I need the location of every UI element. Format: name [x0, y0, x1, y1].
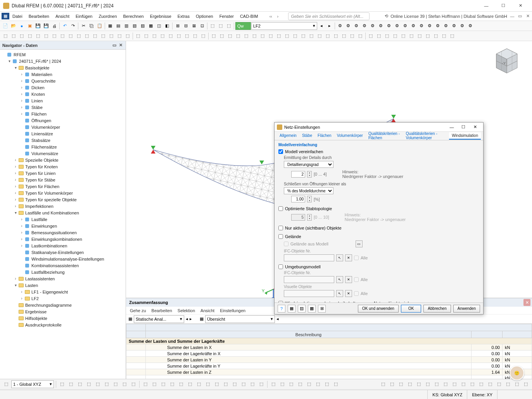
chk-env-model[interactable] — [278, 264, 283, 269]
tb-a7[interactable]: ◫ — [155, 22, 163, 30]
tb2-55[interactable]: ⬚ — [448, 32, 456, 40]
st-r17[interactable]: ⬚ — [522, 380, 530, 388]
tb2-29[interactable]: ⬚ — [234, 32, 242, 40]
tb2-25[interactable]: ⬚ — [199, 32, 207, 40]
menu-cadbim[interactable]: CAD-BIM — [237, 13, 261, 20]
menu-ansicht[interactable]: Ansicht — [52, 13, 73, 20]
st-15[interactable]: ⬚ — [177, 380, 185, 388]
tb-a3[interactable]: ▥ — [123, 22, 130, 30]
tb2-13[interactable]: ⬚ — [99, 32, 107, 40]
app-menu-icon[interactable]: ▦ — [2, 13, 9, 19]
tb-b3[interactable]: ⊠ — [190, 22, 198, 30]
tree-grp1-0[interactable]: ›Spezielle Objekte — [0, 157, 126, 163]
st-25[interactable]: ⬚ — [269, 380, 277, 388]
tb2-24[interactable]: ⬚ — [191, 32, 199, 40]
print-icon[interactable]: 🖨 — [50, 22, 58, 30]
tb-d17[interactable]: ⚙ — [466, 22, 474, 30]
st-3[interactable]: ⬚ — [67, 380, 75, 388]
sum-menu-edit[interactable]: Bearbeiten — [152, 308, 172, 313]
menu-ergebnisse[interactable]: Ergebnisse — [147, 13, 174, 20]
dlg-tab-volumen[interactable]: Volumenkörper — [334, 132, 366, 140]
dlg-tab-wind[interactable]: Windsimulation — [449, 132, 481, 140]
tb2-46[interactable]: ⬚ — [375, 32, 383, 40]
nav-restore-icon[interactable]: ▭ — [112, 43, 117, 48]
tree-file[interactable]: ▾240711_FF.rf6* | 2024 — [0, 58, 126, 64]
tree-grp1-2[interactable]: ›Typen für Linien — [0, 170, 126, 176]
save-icon[interactable]: 💾 — [34, 22, 42, 30]
tb2-44[interactable]: ⬚ — [356, 32, 364, 40]
st-8[interactable]: ⬚ — [112, 380, 119, 388]
tb-d2[interactable]: ⚙ — [344, 22, 352, 30]
tb2-9[interactable]: ⬚ — [67, 32, 74, 40]
st-30[interactable]: ⬚ — [314, 380, 322, 388]
dlg-help-icon[interactable]: ? — [278, 305, 285, 313]
tb2-22[interactable]: ⬚ — [175, 32, 183, 40]
tb-b4[interactable]: ⊡ — [198, 22, 206, 30]
tb-d16[interactable]: ⚙ — [458, 22, 466, 30]
tb2-21[interactable]: ⬚ — [167, 32, 174, 40]
tb2-26[interactable]: ⬚ — [210, 32, 218, 40]
tree-grp1-7[interactable]: ›Imperfektionen — [0, 203, 126, 209]
menu-berechnen[interactable]: Berechnen — [120, 13, 147, 20]
tree-grp1-6[interactable]: ›Typen für spezielle Objekte — [0, 196, 126, 203]
tb-b2[interactable]: ⊟ — [182, 22, 190, 30]
tb2-39[interactable]: ⬚ — [316, 32, 323, 40]
tb-d10[interactable]: ⚙ — [409, 22, 417, 30]
st-r15[interactable]: ⬚ — [504, 380, 512, 388]
lc-prev-icon[interactable]: ◂ — [318, 22, 325, 30]
tb2-2[interactable]: ⬚ — [10, 32, 17, 40]
st-r8[interactable]: ⬚ — [442, 380, 449, 388]
tb2-14[interactable]: ⬚ — [107, 32, 115, 40]
tb-d15[interactable]: ⚙ — [450, 22, 458, 30]
close-button[interactable]: ✕ — [512, 0, 529, 11]
block-icon[interactable]: ▣ — [26, 22, 34, 30]
dlg-tab-staebe[interactable]: Stäbe — [299, 132, 315, 140]
sum-nav-prev[interactable]: ◂ — [186, 316, 188, 321]
tree-lf-2[interactable]: ›Bemessungssituationen — [0, 229, 126, 236]
tb-a4[interactable]: ▧ — [131, 22, 138, 30]
st-19[interactable]: ⬚ — [213, 380, 221, 388]
tb-d12[interactable]: ⚙ — [426, 22, 434, 30]
tree-lf-6[interactable]: Windsimulationsanalyse-Einstellungen — [0, 256, 126, 262]
dlg-tab-qf[interactable]: Qualitätskriterien - Flächen — [366, 130, 403, 142]
tb-a2[interactable]: ▤ — [114, 22, 122, 30]
tb-d3[interactable]: ⚙ — [352, 22, 360, 30]
cut-icon[interactable]: ✂ — [79, 22, 87, 30]
lc-next-icon[interactable]: ▸ — [326, 22, 333, 30]
nav-close-icon[interactable]: ✕ — [118, 43, 123, 48]
globe-icon[interactable]: ● — [18, 22, 26, 30]
tree-grp2-0[interactable]: ›Lastassistenten — [0, 275, 126, 282]
tree-grp1-1[interactable]: ›Typen für Knoten — [0, 163, 126, 170]
tb-d7[interactable]: ⚙ — [385, 22, 393, 30]
st-r3[interactable]: ⬚ — [397, 380, 405, 388]
tb2-35[interactable]: ⬚ — [283, 32, 291, 40]
st-r6[interactable]: ⬚ — [424, 380, 432, 388]
tree-grp1-3[interactable]: ›Typen für Stäbe — [0, 176, 126, 183]
tb2-7[interactable]: ⬚ — [50, 32, 58, 40]
st-17[interactable]: ⬚ — [195, 380, 203, 388]
maximize-button[interactable]: ☐ — [495, 0, 512, 11]
spin-close[interactable]: ▴▾ — [307, 196, 312, 202]
tb-d6[interactable]: ⚙ — [377, 22, 385, 30]
chk-active-only[interactable] — [278, 226, 283, 230]
analysis-dropdown[interactable]: Statische Anal...▾ — [134, 315, 184, 323]
minimize-button[interactable]: — — [478, 0, 495, 11]
tb2-38[interactable]: ⬚ — [307, 32, 315, 40]
tb2-48[interactable]: ⬚ — [391, 32, 399, 40]
st-2[interactable]: ⬚ — [58, 380, 66, 388]
dlg-maximize[interactable]: ☐ — [458, 123, 469, 131]
tb-a8[interactable]: ◧ — [163, 22, 171, 30]
dlg-close[interactable]: ✕ — [469, 123, 481, 131]
tb2-8[interactable]: ⬚ — [59, 32, 66, 40]
tb2-6[interactable]: ⬚ — [42, 32, 50, 40]
tb-d11[interactable]: ⚙ — [418, 22, 425, 30]
inner-minimize[interactable]: — — [510, 14, 515, 19]
dlg-tool2-icon[interactable]: ▨ — [298, 305, 306, 313]
st-29[interactable]: ⬚ — [305, 380, 313, 388]
menu-fenster[interactable]: Fenster — [216, 13, 237, 20]
tree-last-0[interactable]: ›LF1 - Eigengewicht — [0, 288, 126, 295]
tb2-19[interactable]: ⬚ — [150, 32, 158, 40]
st-r10[interactable]: ⬚ — [459, 380, 467, 388]
tb2-5[interactable]: ⬚ — [34, 32, 42, 40]
tb-d1[interactable]: ⚙ — [336, 22, 344, 30]
